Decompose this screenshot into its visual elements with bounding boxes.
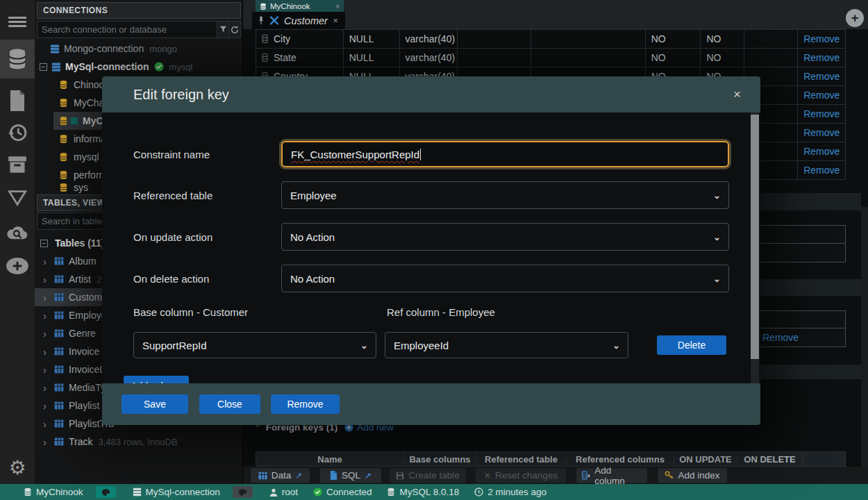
status-database[interactable]: MyChinook: [24, 487, 83, 497]
table-row[interactable]: City NULL varchar(40) NO NO Remove: [256, 30, 845, 49]
database-color-badge[interactable]: [96, 486, 116, 498]
remove-button[interactable]: Remove: [271, 394, 340, 414]
table-label: Artist: [69, 274, 91, 285]
remove-column-link[interactable]: Remove: [803, 52, 840, 63]
chevron-right-icon[interactable]: ›: [43, 256, 51, 267]
triangle-icon: [8, 190, 27, 206]
status-connection[interactable]: MySql-connection: [133, 487, 220, 497]
collapse-expander-icon[interactable]: −: [40, 240, 48, 247]
constraint-name-input[interactable]: FK_CustomerSupportRepId: [281, 141, 729, 167]
close-icon[interactable]: ×: [333, 16, 338, 26]
remove-column-link[interactable]: Remove: [803, 127, 840, 138]
remove-column-link[interactable]: Remove: [803, 90, 840, 101]
menu-icon[interactable]: [0, 6, 35, 38]
cloud-search-icon: [6, 224, 28, 241]
save-icon: [396, 472, 404, 480]
remove-column-link[interactable]: Remove: [803, 108, 840, 119]
on-delete-value: No Action: [290, 273, 335, 285]
connection-item-mongo[interactable]: Mongo-connection mongo: [35, 40, 243, 58]
chevron-right-icon[interactable]: ›: [43, 400, 51, 412]
sql-button[interactable]: SQL ↗: [320, 468, 381, 483]
connection-label: Mongo-connection: [64, 43, 144, 54]
referenced-table-select[interactable]: Employee ⌄: [281, 181, 729, 209]
data-button[interactable]: Data ↗: [251, 468, 310, 483]
remove-column-link[interactable]: Remove: [803, 146, 840, 157]
chevron-right-icon[interactable]: ›: [43, 292, 51, 303]
new-tab-button[interactable]: +: [846, 9, 864, 27]
table-icon: [54, 329, 64, 338]
database-icon: [24, 488, 32, 497]
on-delete-select[interactable]: No Action ⌄: [281, 265, 729, 292]
remove-column-link[interactable]: Remove: [803, 165, 840, 176]
remove-link[interactable]: Remove: [762, 332, 799, 343]
chevron-right-icon[interactable]: ›: [43, 382, 51, 394]
connection-color-badge[interactable]: [233, 486, 253, 498]
collapse-expander-icon[interactable]: −: [40, 63, 47, 71]
dialog-scrollbar-track[interactable]: [751, 112, 759, 383]
sidebar-item-archive[interactable]: [0, 149, 35, 181]
chevron-right-icon[interactable]: ›: [43, 310, 51, 322]
refresh-icon[interactable]: [229, 21, 241, 38]
sidebar-item-cloud-search[interactable]: [0, 217, 35, 249]
palette-icon: [238, 488, 247, 497]
sidebar-item-filter[interactable]: [0, 182, 35, 214]
delete-label: Delete: [678, 340, 706, 351]
main-scrollbar-track[interactable]: [861, 207, 868, 484]
column-name: State: [274, 52, 297, 63]
on-update-select[interactable]: No Action ⌄: [281, 223, 729, 251]
table-label: Track: [69, 436, 92, 447]
add-index-button[interactable]: Add index: [658, 468, 727, 483]
remove-column-link[interactable]: Remove: [803, 71, 840, 82]
chevron-right-icon[interactable]: ›: [43, 436, 51, 448]
pin-icon: [258, 16, 265, 25]
fk-col-on-update: ON UPDATE: [674, 452, 737, 466]
constraint-name-value: FK_CustomerSupportRepId: [291, 149, 419, 160]
ref-column-label: Ref column - Employee: [387, 305, 495, 319]
fk-col-on-delete: ON DELETE: [737, 452, 803, 466]
fk-col-referenced-table: Referenced table: [476, 452, 567, 466]
close-icon[interactable]: ×: [733, 87, 741, 102]
status-bar: MyChinook MySql-connection root: [0, 484, 868, 500]
settings-gear-icon[interactable]: ⚙: [0, 451, 35, 483]
sidebar-item-add-connection[interactable]: [0, 250, 35, 282]
ref-column-select[interactable]: EmployeeId ⌄: [385, 332, 628, 358]
filter-funnel-icon[interactable]: [217, 21, 229, 38]
data-label: Data: [272, 470, 292, 481]
add-column-button[interactable]: Add column: [576, 468, 647, 483]
base-column-select[interactable]: SupportRepId ⌄: [133, 332, 376, 358]
status-server-version: MySQL 8.0.18: [387, 487, 459, 497]
external-link-icon: ↗: [365, 471, 372, 481]
close-icon[interactable]: ×: [335, 3, 340, 10]
status-connected-label: Connected: [326, 487, 372, 497]
on-update-value: No Action: [290, 231, 335, 243]
connections-search-input[interactable]: [37, 21, 217, 38]
dialog-scrollbar-thumb[interactable]: [751, 115, 759, 359]
status-user-label: root: [282, 487, 298, 497]
remove-label: Remove: [287, 399, 323, 410]
close-button[interactable]: Close: [199, 394, 260, 414]
table-item-track[interactable]: › Track 3,483 rows, InnoDB: [35, 433, 243, 451]
table-row[interactable]: State NULL varchar(40) NO NO Remove: [256, 49, 845, 67]
chevron-right-icon[interactable]: ›: [43, 274, 51, 285]
table-icon: [54, 438, 64, 446]
database-label: sys: [74, 182, 88, 193]
chevron-right-icon[interactable]: ›: [43, 328, 51, 340]
add-column-icon: [582, 471, 590, 480]
tab-customer[interactable]: Customer ×: [252, 12, 345, 29]
sidebar-item-history[interactable]: [0, 117, 35, 149]
column-autoincrement: NO: [701, 30, 744, 48]
save-button[interactable]: Save: [122, 394, 188, 414]
chevron-right-icon[interactable]: ›: [43, 418, 51, 430]
add-column-pair-button[interactable]: Add column: [124, 376, 189, 383]
column-name: City: [274, 33, 290, 44]
connection-item-mysql[interactable]: − MySql-connection mysql: [35, 58, 243, 76]
table-icon: [54, 275, 64, 283]
sidebar-item-database[interactable]: [0, 40, 35, 78]
sidebar-item-files[interactable]: [0, 85, 35, 117]
remove-column-link[interactable]: Remove: [803, 33, 840, 44]
tab-mychinook[interactable]: MyChinook ×: [256, 0, 344, 12]
delete-column-pair-button[interactable]: Delete: [657, 335, 726, 355]
external-link-icon: ↗: [295, 471, 302, 481]
chevron-right-icon[interactable]: ›: [43, 364, 51, 376]
chevron-right-icon[interactable]: ›: [43, 346, 51, 358]
